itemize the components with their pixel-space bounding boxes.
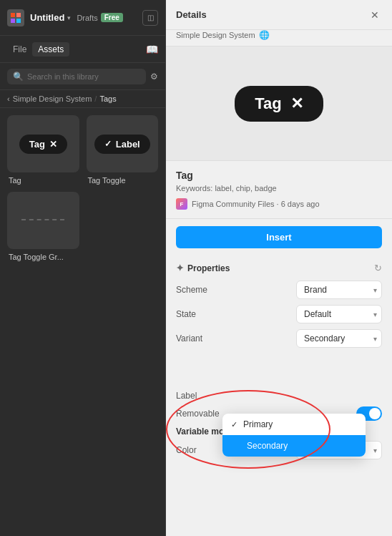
properties-section: ✦ Properties ↻ Scheme Brand State Defaul… bbox=[166, 255, 392, 536]
filter-icon[interactable]: ⚙ bbox=[150, 72, 158, 82]
preview-tag-text: Tag bbox=[255, 94, 281, 113]
dropdown-item-secondary-label: Secondary bbox=[247, 441, 288, 451]
svg-rect-0 bbox=[11, 13, 15, 17]
component-info-title: Tag bbox=[176, 170, 382, 181]
tag-label-preview: ✓ Label bbox=[94, 135, 150, 154]
figma-icon: F bbox=[176, 198, 187, 210]
breadcrumb: ‹ Simple Design System / Tags bbox=[0, 90, 165, 108]
left-panel: Untitled ▾ Drafts Free ◫ File Assets 📖 🔍… bbox=[0, 0, 166, 536]
svg-rect-1 bbox=[16, 13, 21, 17]
component-preview-tag-toggle[interactable]: ✓ Label bbox=[87, 115, 159, 172]
book-icon[interactable]: 📖 bbox=[146, 44, 158, 55]
properties-header: ✦ Properties ↻ bbox=[176, 263, 382, 273]
component-cell-tag-toggle: ✓ Label Tag Toggle bbox=[87, 115, 159, 185]
component-cell-tag-toggle-gr: Tag Toggle Gr... bbox=[7, 192, 79, 261]
dropdown-item-secondary[interactable]: Secondary bbox=[222, 435, 366, 457]
dashed-line bbox=[21, 219, 64, 222]
details-header: Details ✕ bbox=[166, 0, 392, 30]
variant-select-wrap: Secondary bbox=[296, 329, 382, 348]
component-keywords: Keywords: label, chip, badge bbox=[176, 184, 382, 193]
top-bar: Untitled ▾ Drafts Free ◫ bbox=[0, 0, 165, 36]
component-cell-tag: Tag ✕ Tag bbox=[7, 115, 79, 185]
source-text: Figma Community Files · 6 days ago bbox=[192, 200, 320, 208]
variant-select[interactable]: Secondary bbox=[296, 329, 382, 348]
svg-rect-2 bbox=[11, 19, 15, 23]
variant-label: Variant bbox=[176, 333, 226, 343]
tab-assets[interactable]: Assets bbox=[32, 42, 69, 57]
preview-tag-close-icon: ✕ bbox=[290, 94, 303, 113]
properties-title-text: Properties bbox=[187, 263, 230, 273]
prop-row-scheme: Scheme Brand bbox=[176, 281, 382, 299]
variant-dropdown: ✓ Primary Secondary bbox=[222, 414, 366, 457]
search-icon: 🔍 bbox=[13, 72, 24, 82]
color-label: Color bbox=[176, 445, 226, 455]
draft-label: Drafts bbox=[77, 14, 97, 22]
right-panel: Details ✕ Simple Design System 🌐 Tag ✕ T… bbox=[166, 0, 392, 536]
insert-button[interactable]: Insert bbox=[176, 226, 382, 248]
details-title: Details bbox=[176, 9, 368, 20]
component-grid: Tag ✕ Tag ✓ Label Tag Toggle Tag Toggle … bbox=[0, 108, 165, 268]
free-badge: Free bbox=[101, 13, 123, 22]
tag-check-icon: ✓ bbox=[104, 139, 112, 149]
app-logo bbox=[7, 9, 24, 26]
back-button[interactable]: ‹ bbox=[7, 94, 10, 103]
scheme-select-wrap: Brand bbox=[296, 281, 382, 299]
file-title: Untitled bbox=[30, 12, 64, 23]
close-button[interactable]: ✕ bbox=[368, 8, 382, 22]
component-preview-tag[interactable]: Tag ✕ bbox=[7, 115, 79, 172]
source-row: F Figma Community Files · 6 days ago bbox=[176, 198, 382, 210]
sparkle-icon: ✦ bbox=[176, 263, 184, 273]
search-input[interactable] bbox=[27, 72, 140, 81]
component-preview-tag-toggle-gr[interactable] bbox=[7, 192, 79, 249]
svg-rect-3 bbox=[16, 19, 21, 23]
globe-icon: 🌐 bbox=[259, 30, 270, 40]
preview-area: Tag ✕ bbox=[166, 47, 392, 161]
prop-row-label: Label bbox=[176, 391, 382, 401]
component-name-tag: Tag bbox=[7, 176, 79, 185]
component-info: Tag Keywords: label, chip, badge F Figma… bbox=[166, 161, 392, 219]
details-subtitle-text: Simple Design System bbox=[176, 31, 255, 39]
removable-label: Removable bbox=[176, 409, 226, 419]
component-name-tag-toggle-gr: Tag Toggle Gr... bbox=[7, 253, 79, 261]
breadcrumb-parent[interactable]: Simple Design System bbox=[13, 94, 92, 103]
search-bar: 🔍 ⚙ bbox=[0, 63, 165, 90]
tag-x-icon: ✕ bbox=[49, 139, 57, 150]
label-label: Label bbox=[176, 391, 226, 401]
dropdown-item-primary-label: Primary bbox=[243, 419, 273, 429]
prop-row-state: State Default bbox=[176, 305, 382, 323]
state-select-wrap: Default bbox=[296, 305, 382, 323]
dropdown-item-primary[interactable]: ✓ Primary bbox=[222, 414, 366, 435]
refresh-icon[interactable]: ↻ bbox=[374, 263, 382, 273]
breadcrumb-separator: / bbox=[94, 94, 97, 103]
scheme-select[interactable]: Brand bbox=[296, 281, 382, 299]
search-input-wrap: 🔍 bbox=[7, 69, 146, 84]
breadcrumb-current: Tags bbox=[99, 94, 116, 103]
tag-preview-tag: Tag ✕ bbox=[19, 135, 67, 154]
scheme-label: Scheme bbox=[176, 285, 226, 295]
state-label: State bbox=[176, 309, 226, 319]
prop-row-variant: Variant Secondary ✓ Primary Secondary bbox=[176, 329, 382, 348]
component-name-tag-toggle: Tag Toggle bbox=[87, 176, 159, 185]
check-icon: ✓ bbox=[231, 420, 237, 429]
tab-file[interactable]: File bbox=[7, 42, 32, 57]
tag-large-preview: Tag ✕ bbox=[235, 86, 323, 122]
minimize-button[interactable]: ◫ bbox=[142, 10, 158, 26]
tabs-bar: File Assets 📖 bbox=[0, 36, 165, 63]
details-subtitle: Simple Design System 🌐 bbox=[166, 30, 392, 47]
properties-title: ✦ Properties bbox=[176, 263, 230, 273]
state-select[interactable]: Default bbox=[296, 305, 382, 323]
chevron-down-icon[interactable]: ▾ bbox=[67, 14, 71, 21]
